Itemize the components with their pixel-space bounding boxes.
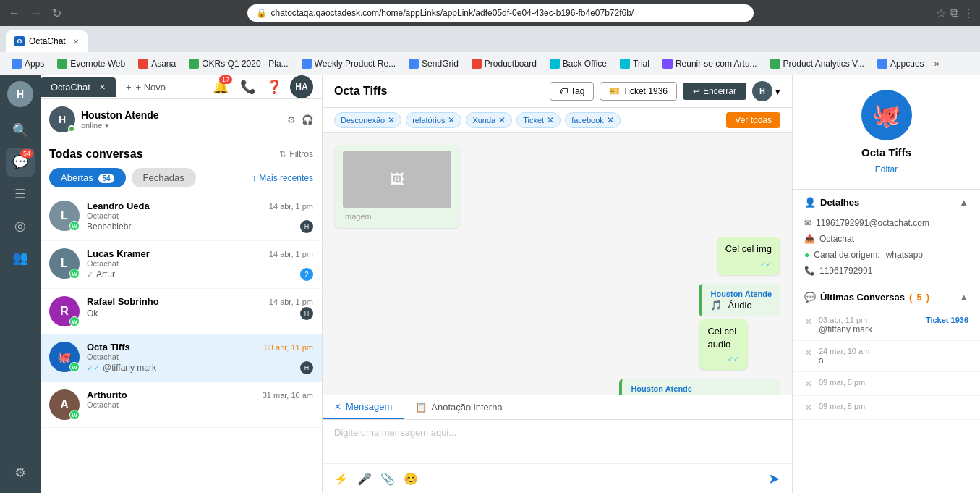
asana-favicon — [138, 59, 148, 69]
bookmark-reunir[interactable]: Reunir-se com Artu... — [657, 56, 763, 72]
chat-header-actions: 🏷 Tag 🎫 Ticket 1936 ↩ Encerrar H ▾ — [550, 81, 780, 101]
conversation-preview: ✓ Artur 2 — [87, 268, 313, 281]
list-item[interactable]: 🐙 W Octa Tiffs 03 abr, 11 pm Octachat ✓✓… — [41, 334, 322, 382]
open-count-badge: 54 — [98, 174, 114, 183]
bookmark-productboard[interactable]: Productboard — [466, 56, 542, 72]
bookmark-sendgrid[interactable]: SendGrid — [403, 56, 464, 72]
notifications-button[interactable]: 🔔 17 — [209, 75, 232, 98]
bookmark-apps[interactable]: Apps — [6, 56, 50, 72]
contact-profile: 🐙 Octa Tiffs Editar — [793, 75, 980, 190]
recent-conversation-item[interactable]: ✕ 09 mar, 8 pm — [793, 396, 980, 420]
sidebar-search[interactable]: 🔍 — [6, 116, 35, 145]
edit-contact-button[interactable]: Editar — [875, 164, 898, 174]
bookmark-analytics[interactable]: Product Analytics V... — [764, 56, 870, 72]
conversation-preview: ✓✓ @tiffany mark H — [87, 361, 313, 374]
bookmark-appcues[interactable]: Appcues — [872, 56, 930, 72]
bookmark-trial[interactable]: Trial — [614, 56, 655, 72]
new-conversation-button[interactable]: + + Novo — [116, 77, 176, 97]
close-icon[interactable]: ✕ — [804, 378, 813, 389]
forward-button[interactable]: → — [27, 4, 45, 22]
sidebar-conversations[interactable]: 💬 54 — [6, 148, 35, 177]
remove-tag-icon[interactable]: ✕ — [388, 115, 395, 125]
remove-tag-icon[interactable]: ✕ — [547, 115, 554, 125]
tab-closed[interactable]: Fechadas — [132, 168, 196, 187]
extensions-icon[interactable]: ⧉ — [950, 7, 958, 20]
conversation-time: 03 abr, 11 pm — [265, 343, 313, 352]
lightning-icon[interactable]: ⚡ — [334, 472, 349, 486]
bookmark-backoffice[interactable]: Back Office — [544, 56, 613, 72]
headset-icon[interactable]: 🎧 — [302, 114, 313, 125]
recent-conversation-item[interactable]: ✕ 24 mar, 10 am a — [793, 341, 980, 372]
address-bar[interactable]: 🔒 chatoctaqa.qaoctadesk.com/home/appLink… — [247, 4, 754, 22]
recent-conversation-item[interactable]: ✕ 03 abr, 11 pm Ticket 1936 @tiffany mar… — [793, 310, 980, 341]
close-icon[interactable]: ✕ — [804, 347, 813, 358]
chat-title: Octa Tiffs — [334, 85, 541, 98]
remove-tag-icon[interactable]: ✕ — [607, 115, 614, 125]
encerrar-button[interactable]: ↩ Encerrar — [683, 83, 746, 100]
details-header: 👤 Detalhes ▲ — [793, 190, 980, 215]
octachat-tab[interactable]: OctaChat ✕ — [41, 77, 116, 97]
conversation-source: Octachat — [87, 259, 313, 268]
settings-gear-icon[interactable]: ⚙ — [287, 114, 296, 125]
tag-button[interactable]: 🏷 Tag — [550, 82, 594, 101]
contact-name: Octa Tiffs — [861, 146, 911, 159]
back-button[interactable]: ← — [6, 4, 23, 22]
settings-icon: ⚙ — [14, 465, 26, 481]
tab-message[interactable]: ✕ Mensagem — [323, 395, 404, 419]
sidebar-settings[interactable]: ⚙ — [6, 458, 35, 487]
productboard-favicon — [472, 59, 482, 69]
star-icon[interactable]: ☆ — [936, 7, 946, 20]
user-avatar[interactable]: H — [7, 81, 33, 107]
remove-tag-icon[interactable]: ✕ — [498, 115, 506, 125]
conversation-time: 14 abr, 1 pm — [269, 250, 313, 258]
conversation-time: 31 mar, 10 am — [263, 391, 313, 400]
close-icon[interactable]: ✕ — [804, 402, 813, 413]
sidebar-team[interactable]: 👥 — [6, 243, 35, 272]
octachat-tab-close[interactable]: ✕ — [99, 83, 106, 92]
reload-button[interactable]: ↻ — [49, 4, 64, 23]
tab-open[interactable]: Abertas 54 — [49, 168, 126, 187]
list-item[interactable]: R W Rafael Sobrinho 14 abr, 1 pm Ok H — [41, 289, 322, 334]
sidebar-reports[interactable]: ◎ — [6, 211, 35, 240]
attachment-icon[interactable]: 📎 — [380, 472, 395, 486]
bookmark-okrs[interactable]: OKRs Q1 2020 - Pla... — [183, 56, 294, 72]
ver-todas-button[interactable]: Ver todas — [726, 112, 780, 128]
remove-tag-icon[interactable]: ✕ — [448, 115, 455, 125]
list-item[interactable]: L W Leandro Ueda 14 abr, 1 pm Octachat B… — [41, 193, 322, 241]
more-bookmarks-icon[interactable]: » — [934, 58, 939, 69]
help-icon[interactable]: ❓ — [264, 77, 284, 97]
list-item[interactable]: A W Arthurito 31 mar, 10 am Octachat — [41, 382, 322, 428]
message-input[interactable]: Digite uma mensagem aqui... — [323, 420, 792, 463]
bookmark-asana[interactable]: Asana — [132, 56, 182, 72]
more-icon[interactable]: ⋮ — [963, 7, 974, 20]
bookmark-evernote[interactable]: Evernote Web — [51, 56, 131, 72]
filter-button[interactable]: ⇅ Filtros — [279, 149, 313, 159]
recent-time: 09 mar, 8 pm — [819, 402, 865, 410]
agent-selector[interactable]: H ▾ — [752, 81, 780, 101]
ticket-button[interactable]: 🎫 Ticket 1936 — [600, 82, 677, 101]
tag-chip: relatórios ✕ — [406, 112, 461, 128]
emoji-icon[interactable]: 😊 — [404, 472, 418, 486]
send-button[interactable]: ➤ — [768, 470, 780, 487]
plus-icon: + — [126, 82, 132, 93]
recent-toggle-icon[interactable]: ▲ — [959, 292, 968, 303]
tab-close-icon[interactable]: ✕ — [73, 38, 79, 46]
phone-icon[interactable]: 📞 — [238, 77, 258, 97]
sidebar-list[interactable]: ☰ — [6, 180, 35, 208]
conversation-time: 14 abr, 1 pm — [269, 298, 313, 306]
close-icon[interactable]: ✕ — [804, 316, 813, 327]
sort-button[interactable]: ↕ Mais recentes — [252, 173, 313, 183]
bookmark-weekly[interactable]: Weekly Product Re... — [296, 56, 402, 72]
contact-name: Rafael Sobrinho — [87, 296, 159, 307]
details-toggle-icon[interactable]: ▲ — [959, 197, 968, 208]
avatar: R W — [49, 296, 80, 326]
active-tab[interactable]: O OctaChat ✕ — [6, 30, 88, 52]
chevron-down-icon: ▾ — [105, 121, 109, 130]
tab-internal-note[interactable]: 📋 Anotação interna — [404, 395, 514, 419]
recent-conversation-item[interactable]: ✕ 09 mar, 8 pm — [793, 372, 980, 396]
user-menu-button[interactable]: HA — [290, 75, 313, 98]
avatar: 🐙 W — [49, 342, 80, 372]
microphone-icon[interactable]: 🎤 — [357, 472, 372, 486]
unread-badge: 2 — [300, 268, 313, 281]
list-item[interactable]: L W Lucas Kramer 14 abr, 1 pm Octachat ✓… — [41, 241, 322, 289]
